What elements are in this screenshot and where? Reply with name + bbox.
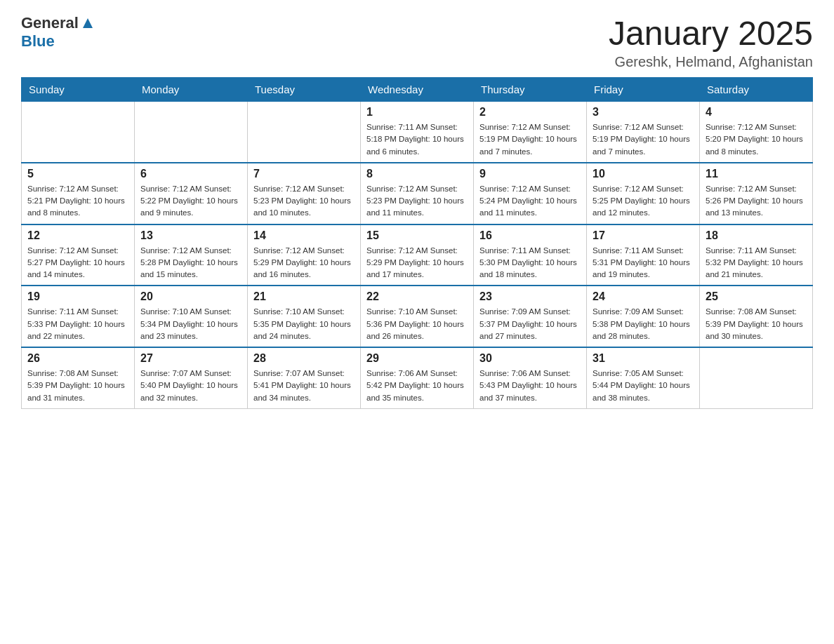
- header-saturday: Saturday: [700, 78, 813, 102]
- calendar-table: SundayMondayTuesdayWednesdayThursdayFrid…: [21, 77, 813, 409]
- day-number: 15: [366, 229, 468, 242]
- day-number: 16: [479, 229, 581, 242]
- calendar-cell: 15Sunrise: 7:12 AM Sunset: 5:29 PM Dayli…: [361, 224, 474, 286]
- day-number: 17: [593, 229, 694, 242]
- day-info: Sunrise: 7:12 AM Sunset: 5:26 PM Dayligh…: [706, 183, 807, 220]
- logo-blue: Blue: [21, 32, 55, 50]
- logo-arrow-icon: [80, 15, 95, 31]
- day-info: Sunrise: 7:08 AM Sunset: 5:39 PM Dayligh…: [706, 306, 807, 342]
- day-info: Sunrise: 7:11 AM Sunset: 5:30 PM Dayligh…: [479, 245, 581, 281]
- day-number: 4: [706, 106, 807, 119]
- calendar-cell: [700, 347, 813, 408]
- day-info: Sunrise: 7:12 AM Sunset: 5:21 PM Dayligh…: [27, 183, 128, 220]
- week-row-2: 12Sunrise: 7:12 AM Sunset: 5:27 PM Dayli…: [22, 224, 813, 286]
- day-number: 12: [27, 229, 128, 242]
- calendar-cell: 21Sunrise: 7:10 AM Sunset: 5:35 PM Dayli…: [248, 286, 361, 347]
- calendar-cell: 27Sunrise: 7:07 AM Sunset: 5:40 PM Dayli…: [135, 347, 248, 408]
- day-number: 13: [140, 229, 241, 242]
- day-number: 19: [27, 290, 128, 303]
- calendar-cell: 20Sunrise: 7:10 AM Sunset: 5:34 PM Dayli…: [135, 286, 248, 347]
- day-info: Sunrise: 7:11 AM Sunset: 5:18 PM Dayligh…: [366, 121, 468, 158]
- day-number: 27: [140, 352, 241, 365]
- day-info: Sunrise: 7:11 AM Sunset: 5:31 PM Dayligh…: [593, 245, 694, 281]
- calendar-cell: 16Sunrise: 7:11 AM Sunset: 5:30 PM Dayli…: [474, 224, 587, 286]
- day-info: Sunrise: 7:12 AM Sunset: 5:19 PM Dayligh…: [593, 121, 694, 158]
- day-number: 3: [593, 106, 694, 119]
- day-info: Sunrise: 7:12 AM Sunset: 5:25 PM Dayligh…: [593, 183, 694, 220]
- day-number: 25: [706, 290, 807, 303]
- header-row: SundayMondayTuesdayWednesdayThursdayFrid…: [22, 78, 813, 102]
- day-number: 1: [366, 106, 468, 119]
- day-info: Sunrise: 7:12 AM Sunset: 5:23 PM Dayligh…: [366, 183, 468, 220]
- day-info: Sunrise: 7:06 AM Sunset: 5:42 PM Dayligh…: [366, 368, 468, 404]
- day-info: Sunrise: 7:05 AM Sunset: 5:44 PM Dayligh…: [593, 368, 694, 404]
- day-number: 11: [706, 168, 807, 180]
- week-row-3: 19Sunrise: 7:11 AM Sunset: 5:33 PM Dayli…: [22, 286, 813, 347]
- day-info: Sunrise: 7:12 AM Sunset: 5:28 PM Dayligh…: [140, 245, 241, 281]
- logo-general: General: [21, 14, 79, 32]
- header-monday: Monday: [135, 78, 248, 102]
- calendar-cell: 24Sunrise: 7:09 AM Sunset: 5:38 PM Dayli…: [587, 286, 700, 347]
- day-info: Sunrise: 7:12 AM Sunset: 5:29 PM Dayligh…: [366, 245, 468, 281]
- calendar-cell: 4Sunrise: 7:12 AM Sunset: 5:20 PM Daylig…: [700, 102, 813, 163]
- calendar-cell: 8Sunrise: 7:12 AM Sunset: 5:23 PM Daylig…: [361, 163, 474, 224]
- week-row-1: 5Sunrise: 7:12 AM Sunset: 5:21 PM Daylig…: [22, 163, 813, 224]
- calendar-cell: 31Sunrise: 7:05 AM Sunset: 5:44 PM Dayli…: [587, 347, 700, 408]
- day-info: Sunrise: 7:11 AM Sunset: 5:32 PM Dayligh…: [706, 245, 807, 281]
- day-number: 23: [479, 290, 581, 303]
- day-number: 10: [593, 168, 694, 180]
- day-info: Sunrise: 7:09 AM Sunset: 5:38 PM Dayligh…: [593, 306, 694, 342]
- day-info: Sunrise: 7:12 AM Sunset: 5:19 PM Dayligh…: [479, 121, 581, 158]
- calendar-body: 1Sunrise: 7:11 AM Sunset: 5:18 PM Daylig…: [22, 102, 813, 409]
- week-row-0: 1Sunrise: 7:11 AM Sunset: 5:18 PM Daylig…: [22, 102, 813, 163]
- day-number: 26: [27, 352, 128, 365]
- day-number: 22: [366, 290, 468, 303]
- calendar-cell: [248, 102, 361, 163]
- svg-marker-0: [83, 18, 93, 28]
- day-info: Sunrise: 7:10 AM Sunset: 5:36 PM Dayligh…: [366, 306, 468, 342]
- day-number: 5: [27, 168, 128, 180]
- day-number: 6: [140, 168, 241, 180]
- calendar-cell: 23Sunrise: 7:09 AM Sunset: 5:37 PM Dayli…: [474, 286, 587, 347]
- calendar-cell: 29Sunrise: 7:06 AM Sunset: 5:42 PM Dayli…: [361, 347, 474, 408]
- calendar-cell: 26Sunrise: 7:08 AM Sunset: 5:39 PM Dayli…: [22, 347, 135, 408]
- calendar-cell: 22Sunrise: 7:10 AM Sunset: 5:36 PM Dayli…: [361, 286, 474, 347]
- day-number: 31: [593, 352, 694, 365]
- calendar-header: SundayMondayTuesdayWednesdayThursdayFrid…: [22, 78, 813, 102]
- calendar-cell: 7Sunrise: 7:12 AM Sunset: 5:23 PM Daylig…: [248, 163, 361, 224]
- calendar-cell: 1Sunrise: 7:11 AM Sunset: 5:18 PM Daylig…: [361, 102, 474, 163]
- calendar-cell: 25Sunrise: 7:08 AM Sunset: 5:39 PM Dayli…: [700, 286, 813, 347]
- day-number: 9: [479, 168, 581, 180]
- calendar-cell: 9Sunrise: 7:12 AM Sunset: 5:24 PM Daylig…: [474, 163, 587, 224]
- day-number: 18: [706, 229, 807, 242]
- calendar-subtitle: Gereshk, Helmand, Afghanistan: [609, 54, 813, 70]
- calendar-cell: 30Sunrise: 7:06 AM Sunset: 5:43 PM Dayli…: [474, 347, 587, 408]
- day-number: 14: [253, 229, 355, 242]
- calendar-cell: 18Sunrise: 7:11 AM Sunset: 5:32 PM Dayli…: [700, 224, 813, 286]
- calendar-cell: 11Sunrise: 7:12 AM Sunset: 5:26 PM Dayli…: [700, 163, 813, 224]
- day-info: Sunrise: 7:12 AM Sunset: 5:27 PM Dayligh…: [27, 245, 128, 281]
- day-info: Sunrise: 7:10 AM Sunset: 5:35 PM Dayligh…: [253, 306, 355, 342]
- day-number: 30: [479, 352, 581, 365]
- calendar-cell: 13Sunrise: 7:12 AM Sunset: 5:28 PM Dayli…: [135, 224, 248, 286]
- day-number: 21: [253, 290, 355, 303]
- page-header: General Blue January 2025 Gereshk, Helma…: [21, 14, 813, 70]
- calendar-cell: 17Sunrise: 7:11 AM Sunset: 5:31 PM Dayli…: [587, 224, 700, 286]
- calendar-cell: [22, 102, 135, 163]
- calendar-cell: 28Sunrise: 7:07 AM Sunset: 5:41 PM Dayli…: [248, 347, 361, 408]
- day-info: Sunrise: 7:11 AM Sunset: 5:33 PM Dayligh…: [27, 306, 128, 342]
- header-wednesday: Wednesday: [361, 78, 474, 102]
- calendar-cell: 5Sunrise: 7:12 AM Sunset: 5:21 PM Daylig…: [22, 163, 135, 224]
- calendar-cell: 2Sunrise: 7:12 AM Sunset: 5:19 PM Daylig…: [474, 102, 587, 163]
- calendar-title: January 2025: [609, 14, 813, 53]
- day-info: Sunrise: 7:12 AM Sunset: 5:23 PM Dayligh…: [253, 183, 355, 220]
- day-info: Sunrise: 7:12 AM Sunset: 5:29 PM Dayligh…: [253, 245, 355, 281]
- day-info: Sunrise: 7:12 AM Sunset: 5:20 PM Dayligh…: [706, 121, 807, 158]
- day-number: 8: [366, 168, 468, 180]
- day-info: Sunrise: 7:10 AM Sunset: 5:34 PM Dayligh…: [140, 306, 241, 342]
- day-number: 20: [140, 290, 241, 303]
- day-info: Sunrise: 7:07 AM Sunset: 5:41 PM Dayligh…: [253, 368, 355, 404]
- day-info: Sunrise: 7:12 AM Sunset: 5:22 PM Dayligh…: [140, 183, 241, 220]
- week-row-4: 26Sunrise: 7:08 AM Sunset: 5:39 PM Dayli…: [22, 347, 813, 408]
- day-info: Sunrise: 7:07 AM Sunset: 5:40 PM Dayligh…: [140, 368, 241, 404]
